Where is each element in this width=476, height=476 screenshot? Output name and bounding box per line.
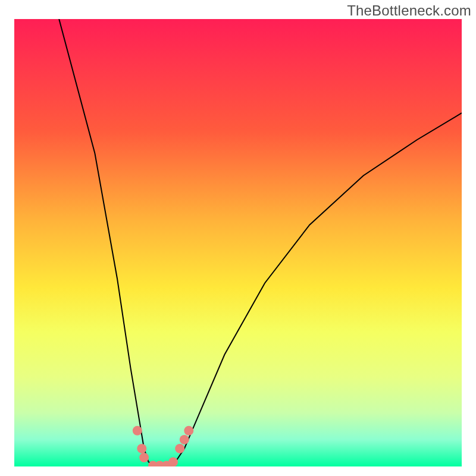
- curve-marker: [180, 435, 189, 444]
- plot-frame: [14, 19, 462, 466]
- curve-markers: [133, 426, 193, 466]
- curve-marker: [184, 426, 193, 436]
- attribution-label: TheBottleneck.com: [347, 2, 471, 19]
- curve-marker: [175, 444, 184, 453]
- gradient-background: [14, 19, 462, 466]
- curve-marker: [139, 453, 149, 462]
- chart-container: TheBottleneck.com: [0, 0, 476, 476]
- curve-marker: [168, 458, 178, 467]
- chart-svg: [14, 19, 462, 466]
- curve-marker: [137, 444, 146, 453]
- bottleneck-curve: [59, 19, 462, 466]
- curve-marker: [133, 426, 142, 436]
